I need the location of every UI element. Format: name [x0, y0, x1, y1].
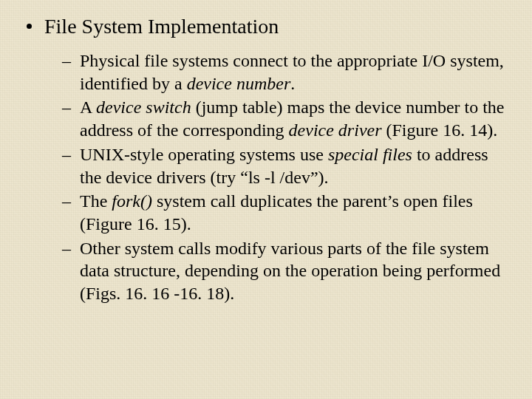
list-item-text: The fork() system call duplicates the pa…	[80, 190, 508, 235]
dash-icon: –	[62, 190, 80, 213]
list-item-text: A device switch (jump table) maps the de…	[80, 96, 508, 141]
dash-icon: –	[62, 143, 80, 166]
list-item: – A device switch (jump table) maps the …	[62, 96, 508, 141]
list-item-text: Physical file systems connect to the app…	[80, 50, 508, 95]
list-item: – The fork() system call duplicates the …	[62, 190, 508, 235]
sub-bullet-list: – Physical file systems connect to the a…	[62, 50, 508, 305]
list-item: – UNIX-style operating systems use speci…	[62, 143, 508, 188]
dash-icon: –	[62, 50, 80, 72]
dash-icon: –	[62, 96, 80, 119]
list-item-text: UNIX-style operating systems use special…	[80, 143, 508, 188]
slide-title: File System Implementation	[44, 13, 279, 39]
slide: File System Implementation – Physical fi…	[0, 0, 532, 399]
title-row: File System Implementation	[22, 13, 508, 39]
dash-icon: –	[62, 237, 80, 260]
list-item: – Other system calls modify various part…	[62, 237, 508, 305]
list-item: – Physical file systems connect to the a…	[62, 50, 508, 95]
list-item-text: Other system calls modify various parts …	[80, 237, 508, 305]
